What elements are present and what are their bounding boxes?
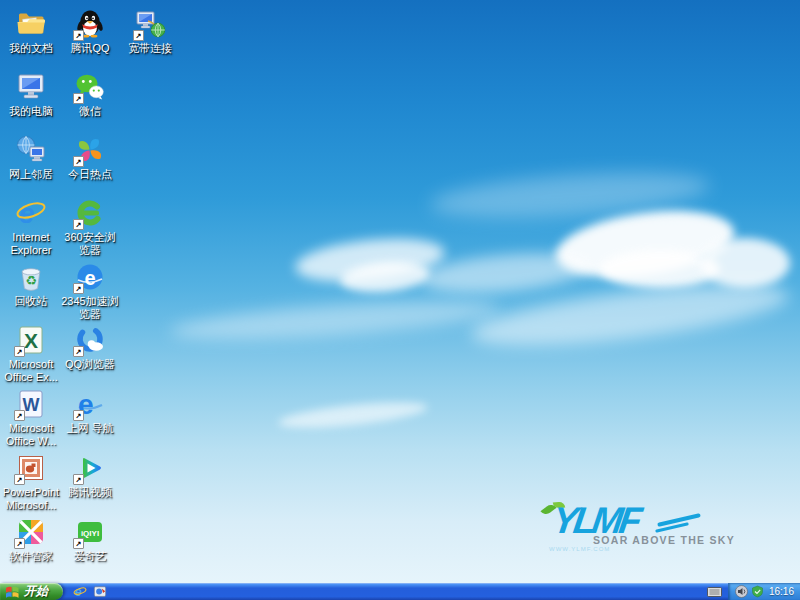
- icon-label: 软件管家: [0, 550, 62, 563]
- taskbar-clock[interactable]: 16:16: [769, 586, 794, 597]
- icon-label: 360安全浏览器: [59, 231, 121, 257]
- shortcut-arrow-overlay: ↗: [133, 30, 144, 41]
- icon-label: 爱奇艺: [59, 550, 121, 563]
- wechat-icon: ↗: [74, 71, 106, 103]
- svg-text:X: X: [24, 329, 38, 352]
- desktop-icon-network-places[interactable]: 网上邻居: [0, 134, 62, 181]
- svg-text:e: e: [19, 198, 35, 229]
- svg-text:e: e: [75, 585, 82, 599]
- svg-text:♻: ♻: [25, 273, 37, 288]
- desktop-icon-iqiyi[interactable]: iQIYI ↗ 爱奇艺: [59, 516, 121, 563]
- shortcut-arrow-overlay: ↗: [73, 93, 84, 104]
- ylmf-watermark: YLMF WWW.YLMF.COM SOAR ABOVE THE SKY: [535, 504, 765, 562]
- shortcut-arrow-overlay: ↗: [73, 346, 84, 357]
- shortcut-arrow-overlay: ↗: [14, 538, 25, 549]
- shortcut-arrow-overlay: ↗: [73, 538, 84, 549]
- icon-label: 上网 导航: [59, 422, 121, 435]
- taskbar: 开始 e: [0, 583, 800, 600]
- broadband-connection-icon: ↗: [134, 8, 166, 40]
- 360-secure-browser-icon: ↗: [74, 197, 106, 229]
- iqiyi-icon: iQIYI ↗: [74, 516, 106, 548]
- cloud: [277, 397, 428, 433]
- shortcut-arrow-overlay: ↗: [73, 219, 84, 230]
- shortcut-arrow-overlay: ↗: [14, 474, 25, 485]
- shortcut-arrow-overlay: ↗: [14, 410, 25, 421]
- desktop-icon-my-computer[interactable]: 我的电脑: [0, 71, 62, 118]
- microsoft-office-word-icon: W ↗: [15, 388, 47, 420]
- input-method-keyboard-icon[interactable]: [707, 583, 723, 600]
- ylmf-slogan-text: SOAR ABOVE THE SKY: [593, 534, 735, 546]
- desktop-icon-web-navigation[interactable]: e ↗ 上网 导航: [59, 388, 121, 435]
- icon-label: 2345加速浏览器: [59, 295, 121, 321]
- desktop-icon-microsoft-powerpoint[interactable]: ↗ PowerPoint Microsof...: [0, 452, 62, 512]
- shortcut-arrow-overlay: ↗: [73, 156, 84, 167]
- start-button-label: 开始: [24, 583, 48, 600]
- today-hotspot-icon: ↗: [74, 134, 106, 166]
- quick-launch-bar: e: [63, 583, 113, 600]
- desktop-icon-tencent-qq[interactable]: ↗ 腾讯QQ: [59, 8, 121, 55]
- desktop-icon-wechat[interactable]: ↗ 微信: [59, 71, 121, 118]
- icon-label: Microsoft Office Ex...: [0, 358, 62, 384]
- icon-label: 腾讯视频: [59, 486, 121, 499]
- quick-launch-internet-explorer-icon[interactable]: e: [73, 585, 87, 599]
- svg-text:e: e: [84, 267, 95, 289]
- ylmf-website-text: WWW.YLMF.COM: [549, 546, 610, 552]
- icon-label: 宽带连接: [119, 42, 181, 55]
- desktop-icon-2345-browser[interactable]: e ↗ 2345加速浏览器: [59, 261, 121, 321]
- windows-logo-icon: [5, 585, 20, 598]
- microsoft-powerpoint-icon: ↗: [15, 452, 47, 484]
- desktop-icon-qq-browser[interactable]: ↗ QQ浏览器: [59, 324, 121, 371]
- microsoft-office-excel-icon: X ↗: [15, 324, 47, 356]
- tencent-video-icon: ↗: [74, 452, 106, 484]
- system-tray: 16:16: [728, 583, 800, 600]
- icon-label: 网上邻居: [0, 168, 62, 181]
- icon-label: 微信: [59, 105, 121, 118]
- shortcut-arrow-overlay: ↗: [14, 346, 25, 357]
- icon-label: Microsoft Office W...: [0, 422, 62, 448]
- qq-browser-icon: ↗: [74, 324, 106, 356]
- 2345-browser-icon: e ↗: [74, 261, 106, 293]
- icon-label: 腾讯QQ: [59, 42, 121, 55]
- web-navigation-icon: e ↗: [74, 388, 106, 420]
- network-places-icon: [15, 134, 47, 166]
- svg-text:W: W: [23, 395, 40, 415]
- desktop-icon-broadband-connection[interactable]: ↗ 宽带连接: [119, 8, 181, 55]
- icon-label: 回收站: [0, 295, 62, 308]
- icon-label: 今日热点: [59, 168, 121, 181]
- quick-launch-show-desktop-icon[interactable]: [93, 585, 107, 599]
- internet-explorer-icon: e: [15, 197, 47, 229]
- taskbar-empty-area: [113, 583, 707, 600]
- tencent-qq-icon: ↗: [74, 8, 106, 40]
- security-tray-icon[interactable]: [751, 585, 764, 598]
- desktop-icon-internet-explorer[interactable]: e Internet Explorer: [0, 197, 62, 257]
- desktop-icon-software-manager[interactable]: ↗ 软件管家: [0, 516, 62, 563]
- cloud: [419, 248, 591, 299]
- volume-tray-icon[interactable]: [735, 585, 748, 598]
- recycle-bin-icon: ♻: [15, 261, 47, 293]
- icon-label: 我的文档: [0, 42, 62, 55]
- shortcut-arrow-overlay: ↗: [73, 30, 84, 41]
- software-manager-icon: ↗: [15, 516, 47, 548]
- desktop-icon-microsoft-office-word[interactable]: W ↗ Microsoft Office W...: [0, 388, 62, 448]
- desktop-icon-microsoft-office-excel[interactable]: X ↗ Microsoft Office Ex...: [0, 324, 62, 384]
- my-documents-icon: [15, 8, 47, 40]
- shortcut-arrow-overlay: ↗: [73, 474, 84, 485]
- desktop-icon-today-hotspot[interactable]: ↗ 今日热点: [59, 134, 121, 181]
- icon-label: PowerPoint Microsof...: [0, 486, 62, 512]
- start-button[interactable]: 开始: [0, 583, 63, 600]
- shortcut-arrow-overlay: ↗: [73, 410, 84, 421]
- icon-label: Internet Explorer: [0, 231, 62, 257]
- shortcut-arrow-overlay: ↗: [73, 283, 84, 294]
- svg-text:iQIYI: iQIYI: [81, 529, 99, 538]
- desktop-icon-tencent-video[interactable]: ↗ 腾讯视频: [59, 452, 121, 499]
- icon-label: 我的电脑: [0, 105, 62, 118]
- my-computer-icon: [15, 71, 47, 103]
- desktop-icon-360-secure-browser[interactable]: ↗ 360安全浏览器: [59, 197, 121, 257]
- desktop-icon-my-documents[interactable]: 我的文档: [0, 8, 62, 55]
- cloud: [169, 294, 500, 347]
- cloud: [700, 238, 790, 288]
- desktop-icon-recycle-bin[interactable]: ♻ 回收站: [0, 261, 62, 308]
- icon-label: QQ浏览器: [59, 358, 121, 371]
